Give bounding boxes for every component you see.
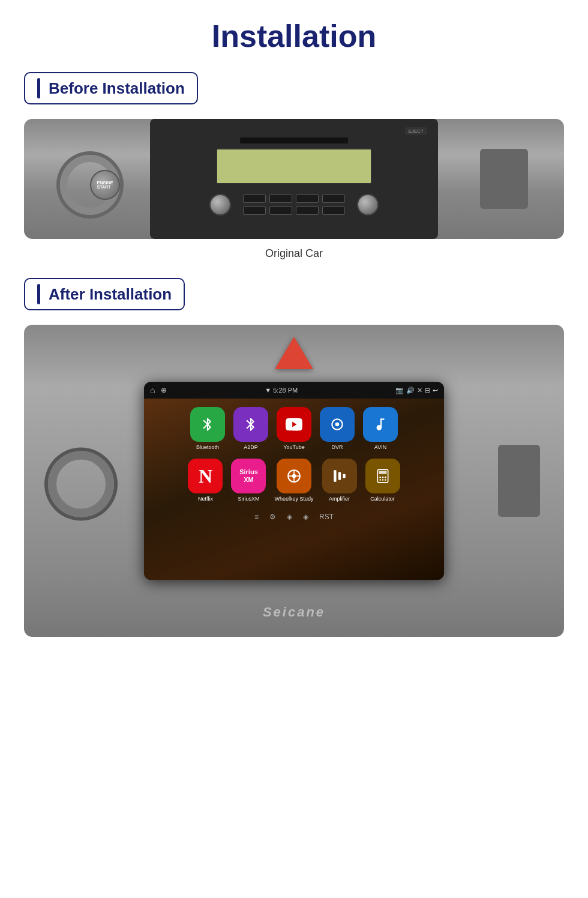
- wifi-icon: ⊕: [161, 386, 167, 394]
- page-title: Installation: [24, 18, 564, 54]
- svg-rect-8: [343, 474, 345, 478]
- volume-icon: 🔊: [406, 387, 415, 394]
- avin-label: AVIN: [374, 444, 386, 450]
- app-wheelkey-study[interactable]: Wheelkey Study: [274, 459, 313, 502]
- radio-knob-left: [209, 194, 231, 215]
- svg-point-15: [382, 479, 383, 481]
- app-siriusxm[interactable]: SiriusXM SiriusXM: [231, 459, 266, 502]
- back-icon: ↩: [433, 387, 438, 394]
- bottom-btn-4[interactable]: ◈: [303, 513, 308, 521]
- minimize-icon: ⊟: [425, 387, 430, 394]
- after-installation-badge: After Installation: [24, 278, 185, 310]
- netflix-label: Netflix: [198, 496, 213, 502]
- warning-triangle-after: [275, 337, 313, 369]
- bluetooth-label: Bluetooth: [196, 444, 219, 450]
- close-icon: ✕: [417, 387, 422, 394]
- siriusxm-label: SiriusXM: [238, 496, 259, 502]
- before-caption: Original Car: [24, 247, 564, 260]
- before-installation-badge: Before Installation: [24, 72, 198, 104]
- bottom-navigation-bar: ≡ ⚙ ◈ ◈ RST: [254, 513, 334, 521]
- bottom-btn-1[interactable]: ≡: [254, 513, 259, 521]
- radio-slot: [240, 137, 348, 143]
- svg-point-1: [335, 423, 340, 427]
- before-installation-image: ENGINESTART EJECT: [24, 119, 564, 239]
- right-vent-before: [480, 149, 528, 209]
- youtube-label: YouTube: [283, 444, 304, 450]
- radio-btn-mute: [243, 206, 266, 215]
- bottom-btn-3[interactable]: ◈: [287, 513, 292, 521]
- app-avin[interactable]: AVIN: [363, 407, 398, 450]
- right-vent-after: [498, 445, 540, 517]
- app-row-2: N Netflix SiriusXM SiriusXM Wheelkey Stu…: [188, 459, 400, 502]
- radio-btn-as: [322, 206, 345, 215]
- svg-rect-10: [379, 471, 386, 474]
- app-a2dp[interactable]: A2DP: [233, 407, 268, 450]
- amplifier-label: Amplifier: [329, 496, 350, 502]
- status-time: ▼ 5:28 PM: [170, 387, 392, 394]
- a2dp-label: A2DP: [244, 444, 258, 450]
- statusbar: ⌂ ⊕ ▼ 5:28 PM 📷 🔊 ✕ ⊟ ↩: [144, 382, 444, 399]
- after-installation-image: ⌂ ⊕ ▼ 5:28 PM 📷 🔊 ✕ ⊟ ↩: [24, 325, 564, 637]
- bottom-btn-5[interactable]: RST: [319, 513, 334, 521]
- svg-point-13: [385, 477, 386, 478]
- app-amplifier[interactable]: Amplifier: [322, 459, 357, 502]
- amplifier-icon: [322, 459, 357, 493]
- dvr-label: DVR: [331, 444, 343, 450]
- bottom-btn-2[interactable]: ⚙: [269, 513, 276, 521]
- wheelkey-label: Wheelkey Study: [274, 496, 313, 502]
- android-head-unit: ⌂ ⊕ ▼ 5:28 PM 📷 🔊 ✕ ⊟ ↩: [144, 382, 444, 580]
- radio-knob-right: [357, 194, 379, 215]
- engine-key: ENGINESTART: [90, 170, 120, 200]
- svg-point-11: [379, 477, 381, 478]
- original-radio-unit: EJECT: [150, 119, 438, 239]
- home-icon: ⌂: [150, 385, 155, 395]
- radio-btn-fwd: [296, 194, 319, 203]
- app-row-1: Bluetooth A2DP YouTube: [190, 407, 398, 450]
- status-icons: 📷 🔊 ✕ ⊟ ↩: [395, 387, 438, 394]
- svg-rect-7: [338, 472, 340, 480]
- app-netflix[interactable]: N Netflix: [188, 459, 223, 502]
- app-bluetooth[interactable]: Bluetooth: [190, 407, 225, 450]
- radio-btn-menu: [322, 194, 345, 203]
- svg-point-12: [382, 477, 383, 478]
- wheelkey-icon: [277, 459, 311, 493]
- calculator-label: Calculator: [370, 496, 395, 502]
- radio-btn-back: [269, 194, 292, 203]
- svg-rect-6: [334, 470, 336, 482]
- youtube-icon: [277, 407, 311, 442]
- seicane-brand-label: Seicane: [263, 604, 325, 620]
- svg-point-14: [379, 479, 381, 481]
- app-grid: Bluetooth A2DP YouTube: [144, 399, 444, 580]
- svg-point-16: [385, 479, 386, 481]
- netflix-icon: N: [188, 459, 223, 493]
- avin-icon: [363, 407, 398, 442]
- bluetooth-icon: [190, 407, 225, 442]
- before-label: Before Installation: [49, 79, 185, 98]
- after-steering-wheel: [48, 451, 114, 517]
- svg-point-5: [292, 474, 296, 478]
- radio-btn-am: [296, 206, 319, 215]
- radio-btn-cd: [243, 194, 266, 203]
- radio-display: [216, 148, 372, 184]
- a2dp-icon: [233, 407, 268, 442]
- siriusxm-icon: SiriusXM: [231, 459, 266, 493]
- radio-buttons: [209, 194, 379, 215]
- dvr-icon: [320, 407, 355, 442]
- app-youtube[interactable]: YouTube: [277, 407, 311, 450]
- after-label: After Installation: [49, 285, 172, 304]
- app-calculator[interactable]: Calculator: [365, 459, 400, 502]
- app-dvr[interactable]: DVR: [320, 407, 355, 450]
- after-dash-background: ⌂ ⊕ ▼ 5:28 PM 📷 🔊 ✕ ⊟ ↩: [24, 325, 564, 637]
- camera-icon: 📷: [395, 387, 404, 394]
- radio-btn-fm: [269, 206, 292, 215]
- calculator-icon: [365, 459, 400, 493]
